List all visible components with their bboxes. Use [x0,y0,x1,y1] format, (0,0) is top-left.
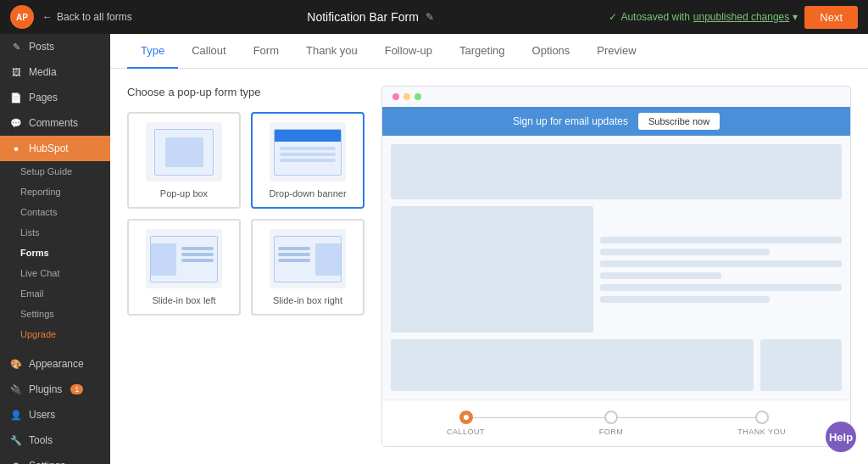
sidebar-item-setup-guide[interactable]: Setup Guide [0,161,110,182]
sidebar-label-pages: Pages [29,92,58,103]
sidebar-label-settings-sub: Settings [20,309,54,319]
sidebar-item-settings[interactable]: ⚙ Settings [0,453,110,464]
preview-right-col [600,206,842,333]
sidebar-label-appearance: Appearance [29,358,84,370]
sidebar-item-plugins[interactable]: 🔌 Plugins 1 [0,377,110,402]
slidein-left-preview-inner [150,236,218,282]
sidebar-item-forms[interactable]: Forms [0,243,110,263]
sidebar-item-appearance[interactable]: 🎨 Appearance [0,351,110,377]
slidein-right-card-preview [270,229,346,288]
form-type-slidein-left[interactable]: Slide-in box left [127,219,241,316]
next-button[interactable]: Next [804,6,858,29]
slide-right-line-3 [278,259,310,262]
tab-type[interactable]: Type [127,34,178,69]
tab-form[interactable]: Form [240,34,292,69]
slide-line-3 [181,259,214,262]
check-icon: ✓ [609,11,617,23]
form-type-popup-box[interactable]: Pop-up box [127,112,241,209]
autosaved-text: Autosaved with [620,11,689,23]
popup-box-label: Pop-up box [160,188,208,198]
page-title: Notification Bar Form [307,10,418,24]
unpublished-changes-link[interactable]: unpublished changes [693,11,789,23]
step-circle-callout [459,411,473,424]
sidebar-label-hubspot: HubSpot [29,143,69,154]
tab-follow-up[interactable]: Follow-up [371,34,446,69]
help-button[interactable]: Help [826,422,856,452]
dropdown-lines [280,147,336,165]
step-label-form: FORM [599,428,624,436]
sidebar-item-tools[interactable]: 🔧 Tools [0,428,110,453]
dropdown-line-1 [280,147,336,150]
notif-bar-text: Sign up for email updates [513,115,628,127]
step-label-callout: CALLOUT [447,428,485,436]
sidebar-label-upgrade: Upgrade [20,329,56,339]
tab-options[interactable]: Options [519,34,584,69]
preview-hero-block [391,144,842,199]
sidebar-item-contacts[interactable]: Contacts [0,202,110,222]
slidein-right-preview-inner [274,236,342,282]
sidebar-item-posts[interactable]: ✎ Posts [0,34,110,59]
sidebar-label-email: Email [20,288,44,299]
sidebar-item-hubspot[interactable]: ● HubSpot [0,136,110,161]
sidebar: ✎ Posts 🖼 Media 📄 Pages 💬 Comments ● Hub… [0,34,110,464]
tab-preview[interactable]: Preview [583,34,649,69]
slidein-right-label: Slide-in box right [273,295,342,305]
notification-bar-preview: Sign up for email updates Subscribe now [382,107,850,136]
sidebar-label-posts: Posts [29,41,54,53]
tab-targeting[interactable]: Targeting [446,34,518,69]
top-bar-center: Notification Bar Form ✎ [141,10,601,24]
slidein-left-lines [181,247,214,265]
sidebar-label-forms: Forms [20,248,49,258]
sidebar-item-lists[interactable]: Lists [0,222,110,243]
edit-icon[interactable]: ✎ [426,11,434,23]
tab-follow-up-label: Follow-up [385,44,432,57]
form-type-slidein-right[interactable]: Slide-in box right [251,219,364,316]
content-area: Type Callout Form Thank you Follow-up Ta… [110,34,868,464]
dropdown-preview-inner [274,129,342,176]
progress-steps: CALLOUT FORM THANK YOU [447,411,786,436]
sidebar-item-comments[interactable]: 💬 Comments [0,110,110,136]
tab-thank-you[interactable]: Thank you [292,34,371,69]
notif-subscribe-button[interactable]: Subscribe now [638,113,720,130]
back-link[interactable]: ← Back to all forms [42,11,132,23]
progress-step-form: FORM [599,411,624,436]
progress-step-thank-you: THANK YOU [737,411,786,436]
sidebar-item-email[interactable]: Email [0,283,110,304]
sidebar-item-pages[interactable]: 📄 Pages [0,85,110,110]
sidebar-label-contacts: Contacts [20,207,57,217]
preview-dots [382,87,850,107]
slidein-left-card-preview [146,229,222,288]
main-layout: ✎ Posts 🖼 Media 📄 Pages 💬 Comments ● Hub… [0,34,868,464]
progress-bar-area: CALLOUT FORM THANK YOU [382,400,850,446]
top-bar: AP ← Back to all forms Notification Bar … [0,0,868,34]
tab-callout[interactable]: Callout [178,34,239,69]
preview-line-3 [600,260,842,267]
dropdown-arrow-icon[interactable]: ▾ [793,11,798,23]
sidebar-label-setup-guide: Setup Guide [20,166,72,176]
sidebar-item-live-chat[interactable]: Live Chat [0,263,110,283]
tools-icon: 🔧 [10,435,22,446]
sidebar-item-users[interactable]: 👤 Users [0,402,110,428]
sidebar-item-upgrade[interactable]: Upgrade [0,324,110,344]
back-arrow-icon: ← [42,11,53,23]
appearance-icon: 🎨 [10,359,22,370]
settings-icon: ⚙ [10,461,22,465]
form-type-dropdown-banner[interactable]: Drop-down banner [251,112,364,209]
tab-callout-label: Callout [192,44,225,57]
preview-bottom-side [760,339,842,391]
step-circle-form [604,411,618,424]
form-types-grid: Pop-up box [127,112,364,316]
hubspot-icon: ● [10,143,22,154]
logo: AP [10,5,34,29]
popup-box-preview [146,122,222,182]
sidebar-item-reporting[interactable]: Reporting [0,182,110,202]
step-circle-thank-you [755,411,769,424]
dropdown-line-3 [280,159,336,162]
sidebar-label-live-chat: Live Chat [20,268,59,278]
sidebar-label-reporting: Reporting [20,187,61,197]
slide-right-line-1 [278,247,310,250]
users-icon: 👤 [10,410,22,421]
sidebar-item-media[interactable]: 🖼 Media [0,59,110,85]
sidebar-item-settings-sub[interactable]: Settings [0,304,110,324]
progress-step-callout: CALLOUT [447,411,485,436]
